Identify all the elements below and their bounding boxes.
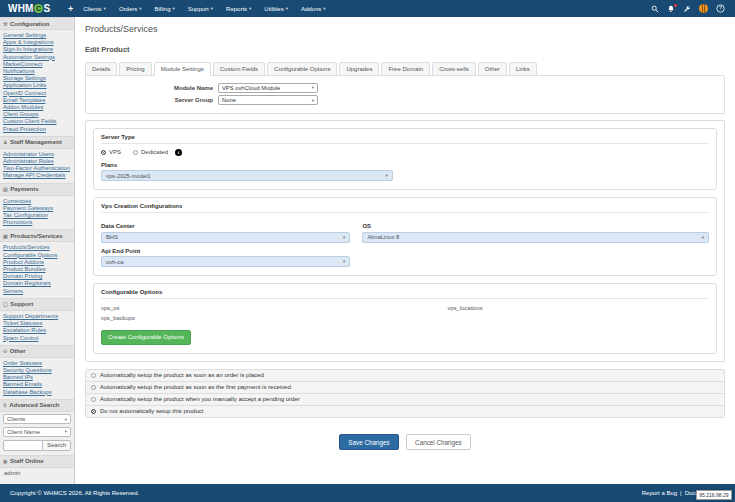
sidebar-link[interactable]: Manage API Credentials — [3, 172, 71, 179]
report-bug-link[interactable]: Report a Bug — [642, 490, 677, 496]
create-configurable-options-button[interactable]: Create Configurable Options — [101, 330, 191, 345]
tab[interactable]: Custom Fields — [213, 62, 265, 76]
sidebar-link[interactable]: Banned Emails — [3, 381, 71, 388]
topnav-menu[interactable]: Reports ▾ — [226, 6, 251, 12]
tab[interactable]: Cross-sells — [432, 62, 476, 76]
tab[interactable]: Details — [85, 62, 117, 76]
sidebar-link[interactable]: Notifications — [3, 68, 71, 75]
server-type-box: Server Type VPS Dedicated i Plans vps-20… — [93, 128, 717, 191]
search-type-select[interactable]: Clients ▾ — [3, 414, 71, 424]
sidebar-section-title: Staff Online — [10, 458, 44, 464]
tab[interactable]: Links — [509, 62, 537, 76]
sidebar-link[interactable]: Currencies — [3, 198, 71, 205]
sidebar-section-title: Configuration — [10, 21, 49, 27]
sidebar-link[interactable]: Automation Settings — [3, 54, 71, 61]
vps-radio[interactable] — [101, 150, 106, 155]
cancel-changes-button[interactable]: Cancel Changes — [406, 434, 471, 450]
server-group-select[interactable]: None ▾ — [218, 95, 318, 105]
topnav-menu[interactable]: Clients ▾ — [83, 6, 106, 12]
module-name-select[interactable]: VPS ovhCloud Module ▾ — [218, 83, 318, 93]
topnav-menu[interactable]: Utilities ▾ — [264, 6, 288, 12]
module-name-value: VPS ovhCloud Module — [222, 85, 280, 91]
person-icon: ♟ — [3, 139, 7, 145]
setup-option-row[interactable]: Do not automatically setup this product — [86, 406, 724, 417]
save-changes-button[interactable]: Save Changes — [339, 434, 398, 450]
sidebar-link[interactable]: Configurable Options — [3, 252, 71, 259]
tab[interactable]: Module Settings — [154, 62, 211, 76]
wrench-icon[interactable] — [683, 5, 691, 13]
topnav-menu[interactable]: Orders ▾ — [119, 6, 142, 12]
search-field-select[interactable]: Client Name ▾ — [3, 427, 71, 437]
topnav-menu[interactable]: Billing ▾ — [154, 6, 174, 12]
sidebar-link[interactable]: Custom Client Fields — [3, 118, 71, 125]
plans-select[interactable]: vps-2025-model1 ▾ — [101, 170, 393, 181]
info-icon[interactable]: i — [175, 149, 182, 156]
sidebar-link[interactable]: Products/Services — [3, 244, 71, 251]
radio-icon[interactable] — [91, 385, 96, 390]
sidebar-link[interactable]: MarketConnect — [3, 61, 71, 68]
radio-icon[interactable] — [91, 373, 96, 378]
tab[interactable]: Pricing — [119, 62, 151, 76]
tab[interactable]: Upgrades — [339, 62, 379, 76]
whmcs-logo[interactable]: WHMCS — [0, 3, 62, 14]
setup-option-row[interactable]: Automatically setup the product when you… — [86, 394, 724, 406]
sidebar-section-configuration: ⚒ Configuration — [0, 17, 74, 30]
sidebar-link[interactable]: Two-Factor Authentication — [3, 165, 71, 172]
sidebar-link[interactable]: Application Links — [3, 82, 71, 89]
sidebar-link[interactable]: Storage Settings — [3, 75, 71, 82]
sidebar-link[interactable]: Tax Configuration — [3, 212, 71, 219]
topnav-menu-label: Addons — [301, 6, 321, 12]
sidebar-link[interactable]: Database Backups — [3, 389, 71, 396]
sidebar-search-input[interactable] — [3, 440, 43, 451]
sidebar-link[interactable]: Addon Modules — [3, 104, 71, 111]
sidebar-link[interactable]: Administrator Users — [3, 151, 71, 158]
radio-icon[interactable] — [91, 409, 96, 414]
radio-icon[interactable] — [91, 397, 96, 402]
sidebar-link[interactable]: Fraud Protection — [3, 126, 71, 133]
sidebar-link[interactable]: Client Groups — [3, 111, 71, 118]
sidebar-link[interactable]: OpenID Connect — [3, 90, 71, 97]
sidebar-link[interactable]: Ticket Statuses — [3, 320, 71, 327]
sidebar-link[interactable]: Payment Gateways — [3, 205, 71, 212]
sidebar-link[interactable]: Domain Registrars — [3, 280, 71, 287]
sidebar-link[interactable]: Security Questions — [3, 367, 71, 374]
sidebar-link[interactable]: Product Addons — [3, 259, 71, 266]
sidebar: ⚒ Configuration General SettingsApps & I… — [0, 17, 75, 484]
search-type-value: Clients — [7, 416, 25, 422]
tab[interactable]: Other — [478, 62, 507, 76]
sidebar-link[interactable]: Administrator Roles — [3, 158, 71, 165]
topnav-menu[interactable]: Addons ▾ — [301, 6, 326, 12]
setup-option-row[interactable]: Automatically setup the product as soon … — [86, 370, 724, 382]
os-select[interactable]: AlmaLinux 8 ▾ — [362, 232, 709, 243]
setup-option-label: Automatically setup the product as soon … — [100, 372, 264, 378]
tab[interactable]: Configurable Options — [267, 62, 337, 76]
sidebar-link[interactable]: Servers — [3, 288, 71, 295]
staff-online-user[interactable]: admin — [0, 468, 74, 478]
setup-option-row[interactable]: Automatically setup the product as soon … — [86, 382, 724, 394]
dedicated-radio-label: Dedicated — [141, 149, 168, 155]
sidebar-link[interactable]: Product Bundles — [3, 266, 71, 273]
sidebar-link[interactable]: General Settings — [3, 32, 71, 39]
sidebar-link[interactable]: Promotions — [3, 219, 71, 226]
sidebar-link[interactable]: Support Departments — [3, 313, 71, 320]
quick-add-button[interactable]: + — [68, 4, 73, 14]
help-icon[interactable]: ? — [716, 4, 725, 13]
search-icon[interactable] — [651, 5, 659, 13]
api-endpoint-select[interactable]: ovh-ca ▾ — [101, 256, 350, 267]
chevron-down-icon: ▾ — [249, 6, 251, 11]
topnav-menu[interactable]: Support ▾ — [188, 6, 213, 12]
sidebar-link[interactable]: Apps & Integrations — [3, 39, 71, 46]
sidebar-link[interactable]: Sign-In Integrations — [3, 46, 71, 53]
sidebar-search-button[interactable]: Search — [43, 440, 71, 451]
user-avatar[interactable] — [699, 4, 708, 13]
sidebar-link[interactable]: Banned IPs — [3, 374, 71, 381]
sidebar-link[interactable]: Spam Control — [3, 335, 71, 342]
tab[interactable]: Free Domain — [381, 62, 430, 76]
sidebar-link[interactable]: Order Statuses — [3, 360, 71, 367]
sidebar-link[interactable]: Escalation Rules — [3, 327, 71, 334]
dedicated-radio[interactable] — [133, 150, 138, 155]
sidebar-link[interactable]: Domain Pricing — [3, 273, 71, 280]
notifications-bell-icon[interactable] — [667, 5, 675, 13]
sidebar-link[interactable]: Email Templates — [3, 97, 71, 104]
data-center-select[interactable]: BHS ▾ — [101, 232, 350, 243]
